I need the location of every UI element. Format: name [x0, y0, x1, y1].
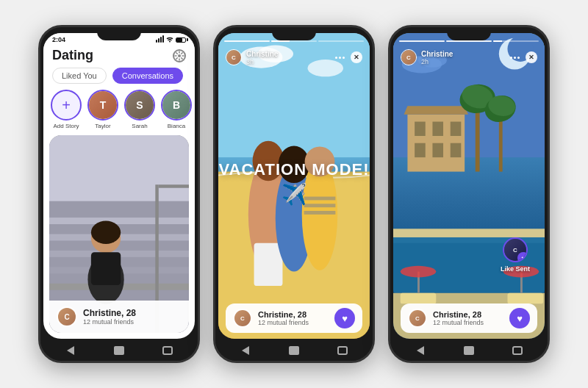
- story-username: Christine: [246, 50, 278, 58]
- story-controls-3: ✕: [510, 51, 537, 63]
- status-time: 2:04: [52, 36, 65, 43]
- story-user-text: Christine 3h: [246, 50, 278, 65]
- bottom-nav-2: [215, 342, 373, 361]
- story-profile-name-3: Christine, 28: [433, 310, 484, 319]
- home-button-2[interactable]: [287, 345, 301, 356]
- profile-text: Christine, 28 12 mutual friends: [83, 308, 136, 326]
- app-title: Dating: [52, 48, 93, 63]
- tab-row: Liked You Conversations: [43, 68, 195, 90]
- phone2-screen: C Christine 3h ✕ VACATION MODE! ✈: [218, 33, 370, 339]
- story-bottom-3: C Christine, 28 12 mutual friends ♥: [393, 299, 545, 339]
- svg-rect-13: [91, 252, 121, 285]
- battery-icon: [176, 37, 186, 43]
- add-story-avatar: +: [51, 90, 82, 121]
- tab-liked-you[interactable]: Liked You: [52, 68, 107, 84]
- phone-3: C Christine 2h ✕ C: [388, 25, 550, 363]
- story-avatar: C: [226, 49, 242, 65]
- close-button[interactable]: ✕: [351, 51, 362, 63]
- heart-icon-3: ♥: [517, 313, 523, 324]
- status-bar: 2:04: [43, 33, 195, 45]
- vacation-text: VACATION MODE!: [218, 161, 369, 179]
- close-button-3[interactable]: ✕: [526, 51, 537, 63]
- story-time: 3h: [246, 58, 278, 65]
- svg-rect-9: [159, 184, 189, 187]
- taylor-avatar: T: [87, 90, 118, 121]
- wifi-icon: [166, 37, 173, 43]
- story-username-3: Christine: [421, 50, 453, 58]
- story-controls: ✕: [335, 51, 362, 63]
- add-story-label: Add Story: [53, 123, 79, 129]
- bottom-nav-3: [390, 342, 548, 361]
- story-overlay-3: C Christine 2h ✕ C: [393, 33, 545, 339]
- phone-1: 2:04: [38, 25, 200, 363]
- recent-button-2[interactable]: [335, 345, 350, 356]
- profile-card[interactable]: C Christine, 28 12 mutual friends: [49, 135, 189, 333]
- heart-icon: ♥: [342, 313, 348, 324]
- story-top-bar: C Christine 3h ✕: [218, 42, 370, 68]
- stories-row: + Add Story T Taylor S Sarah B Bi: [43, 90, 195, 135]
- like-sent-label: Like Sent: [501, 265, 530, 273]
- back-button[interactable]: [63, 345, 78, 356]
- recent-button-3[interactable]: [510, 345, 525, 356]
- story-user-text-3: Christine 2h: [421, 50, 453, 65]
- profile-info-bar: C Christine, 28 12 mutual friends: [49, 301, 189, 333]
- story-profile-text: Christine, 28 12 mutual friends: [258, 310, 309, 326]
- story-item-sarah[interactable]: S Sarah: [124, 90, 155, 129]
- bianca-label: Bianca: [168, 123, 185, 129]
- app-header: Dating: [43, 45, 195, 68]
- phone1-screen: 2:04: [43, 33, 195, 339]
- story-content: VACATION MODE! ✈️: [218, 68, 370, 299]
- add-story-item[interactable]: + Add Story: [51, 90, 82, 129]
- story-profile-avatar-3: C: [408, 309, 427, 328]
- like-button[interactable]: ♥: [334, 308, 355, 328]
- status-icons: [156, 37, 186, 43]
- story-profile-mutual-3: 12 mutual friends: [433, 319, 484, 326]
- settings-icon[interactable]: [173, 49, 186, 62]
- story-time-3: 2h: [421, 58, 453, 65]
- profile-mini-avatar: C: [57, 306, 77, 327]
- story-overlay: C Christine 3h ✕ VACATION MODE! ✈: [218, 33, 370, 339]
- like-button-3[interactable]: ♥: [509, 308, 530, 328]
- phone-2: C Christine 3h ✕ VACATION MODE! ✈: [213, 25, 375, 363]
- story-item-bianca[interactable]: B Bianca: [161, 90, 192, 129]
- story-avatar-3: C: [401, 49, 417, 65]
- story-profile-mutual: 12 mutual friends: [258, 319, 309, 326]
- signal-icon: [156, 37, 164, 43]
- profile-name: Christine, 28: [83, 308, 136, 318]
- story-user-info-3: C Christine 2h: [401, 49, 453, 65]
- bianca-avatar: B: [161, 90, 192, 121]
- more-options-icon-3[interactable]: [510, 57, 520, 59]
- back-button-3[interactable]: [413, 345, 428, 356]
- sarah-label: Sarah: [132, 123, 147, 129]
- story-profile-bar: C Christine, 28 12 mutual friends ♥: [226, 303, 362, 333]
- home-button[interactable]: [112, 345, 126, 356]
- sarah-avatar: S: [124, 90, 155, 121]
- story-top-bar-3: C Christine 2h ✕: [393, 42, 545, 68]
- story-bottom: C Christine, 28 12 mutual friends ♥: [218, 299, 370, 339]
- recent-button[interactable]: [160, 345, 175, 356]
- story-profile-bar-3: C Christine, 28 12 mutual friends ♥: [401, 303, 537, 333]
- like-sent-badge: C ♥ Like Sent: [501, 237, 530, 273]
- story-profile-text-3: Christine, 28 12 mutual friends: [433, 310, 484, 326]
- story-user-info: C Christine 3h: [226, 49, 278, 65]
- tab-conversations[interactable]: Conversations: [112, 68, 183, 84]
- phone3-screen: C Christine 2h ✕ C: [393, 33, 545, 339]
- svg-point-0: [178, 54, 181, 57]
- svg-point-12: [91, 221, 121, 244]
- more-options-icon[interactable]: [335, 57, 345, 59]
- story-profile-name: Christine, 28: [258, 310, 309, 319]
- taylor-label: Taylor: [95, 123, 110, 129]
- like-sent-heart-icon: ♥: [517, 252, 528, 262]
- plane-emoji: ✈️: [282, 182, 307, 206]
- home-button-3[interactable]: [462, 345, 476, 356]
- profile-mutual: 12 mutual friends: [83, 318, 136, 326]
- svg-rect-3: [49, 218, 189, 224]
- story-profile-avatar: C: [233, 309, 252, 328]
- back-button-2[interactable]: [238, 345, 253, 356]
- plus-icon: +: [62, 98, 71, 112]
- story-item-taylor[interactable]: T Taylor: [87, 90, 118, 129]
- bottom-nav: [40, 342, 198, 361]
- like-sent-avatar: C ♥: [503, 237, 528, 262]
